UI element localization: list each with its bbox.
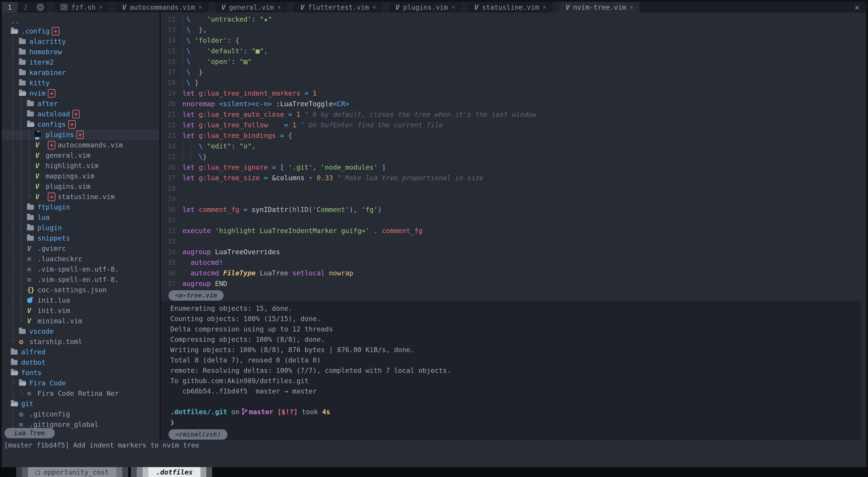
code-token: ] bbox=[378, 162, 386, 173]
code-token: &columns bbox=[272, 173, 305, 183]
tree-item-git[interactable]: git bbox=[2, 399, 159, 409]
tree-item-ftplugin[interactable]: │ │ ftplugin bbox=[2, 202, 159, 212]
tree-item-mappings.vim[interactable]: │ │ │ Vmappings.vim bbox=[2, 171, 159, 181]
file-tree-pane[interactable]: ...config+│ alacritty│ homebrew│ iterm2│… bbox=[2, 12, 159, 440]
code-token bbox=[194, 109, 199, 120]
tree-item-dotbot[interactable]: dotbot bbox=[2, 357, 159, 368]
tree-item-icon: V bbox=[35, 150, 45, 161]
tree-item-Fira Code Retina Ner[interactable]: │ └ ≡Fira Code Retina Ner bbox=[2, 388, 159, 399]
tab-close-icon[interactable]: × bbox=[99, 4, 103, 10]
tree-indent-guides: │ │ bbox=[11, 285, 27, 295]
tab-close-icon[interactable]: × bbox=[373, 4, 376, 10]
tmux-segment bbox=[137, 467, 143, 477]
tree-item-karabiner[interactable]: │ karabiner bbox=[2, 68, 159, 78]
tree-item-homebrew[interactable]: │ homebrew bbox=[2, 47, 159, 57]
terminal-line: .dotfiles/.git onmaster [$!?] took 4s bbox=[170, 407, 861, 417]
folder-icon bbox=[19, 70, 26, 75]
tree-item-iterm2[interactable]: │ iterm2 bbox=[2, 57, 159, 68]
tree-item-label: alacritty bbox=[29, 36, 66, 47]
tree-item-.luacheckrc[interactable]: │ │ ≡.luacheckrc bbox=[2, 254, 159, 264]
tree-item-plugins[interactable]: │ │ │ plugins+ bbox=[2, 130, 159, 140]
tree-item-icon bbox=[27, 226, 37, 230]
tree-item-icon bbox=[35, 130, 45, 140]
tree-item-..[interactable]: .. bbox=[2, 16, 159, 26]
terminal-pane[interactable]: Enumerating objects: 15, done.Counting o… bbox=[161, 301, 861, 429]
code-token bbox=[272, 99, 276, 109]
workspace-2[interactable]: 2 bbox=[18, 2, 33, 12]
tab-close-icon[interactable]: × bbox=[277, 4, 281, 10]
line-number: 22 bbox=[161, 120, 182, 130]
tab-fluttertest.vim[interactable]: Vfluttertest.vim× bbox=[294, 2, 382, 12]
tree-indent-guides: │ │ bbox=[11, 243, 27, 254]
close-all-icon[interactable]: ✕ bbox=[848, 2, 866, 12]
tree-item-alacritty[interactable]: │ alacritty bbox=[2, 36, 159, 47]
tab-plugins.vim[interactable]: Vplugins.vim× bbox=[389, 2, 461, 12]
tree-item-alfred[interactable]: alfred bbox=[2, 347, 159, 357]
tree-item-starship.toml[interactable]: └ ⚙starship.toml bbox=[2, 337, 159, 347]
tree-item-configs[interactable]: │ │ configs+ bbox=[2, 119, 159, 130]
tree-indent-guides: │ └ bbox=[11, 388, 27, 399]
tmux-window-dotfiles[interactable]: .dotfiles bbox=[131, 467, 212, 477]
tree-item-nvim[interactable]: │ nvim+ bbox=[2, 88, 159, 99]
tree-item-kitty[interactable]: │ kitty bbox=[2, 78, 159, 88]
tree-item-.gvimrc[interactable]: │ │ V.gvimrc bbox=[2, 243, 159, 254]
tree-item-general.vim[interactable]: │ │ │ Vgeneral.vim bbox=[2, 150, 159, 161]
terminal-token: Writing objects: 100% (8/8), 876 bytes |… bbox=[170, 346, 414, 354]
tree-item-.vim-spell-en.utf-8.[interactable]: │ │ ≡.vim-spell-en.utf-8. bbox=[2, 274, 159, 285]
tab-close-icon[interactable]: × bbox=[452, 4, 455, 10]
tab-statusline.vim[interactable]: Vstatusline.vim× bbox=[468, 2, 553, 12]
tmux-segment bbox=[117, 467, 122, 477]
tree-item-.vim-spell-en.utf-8.[interactable]: │ │ ≡.vim-spell-en.utf-8. bbox=[2, 264, 159, 274]
line-number: 17 bbox=[161, 67, 182, 77]
code-token: 1 bbox=[297, 109, 301, 120]
tree-item-vscode[interactable]: │ vscode bbox=[2, 326, 159, 337]
tree-item-label: plugin bbox=[37, 223, 62, 233]
back-arrow-icon[interactable]: ← bbox=[36, 3, 44, 11]
tree-item-coc-settings.json[interactable]: │ │ {}coc-settings.json bbox=[2, 285, 159, 295]
tab-close-icon[interactable]: × bbox=[542, 4, 546, 10]
git-status-badge: + bbox=[68, 120, 76, 129]
tab-nvim-tree.vim[interactable]: Vnvim-tree.vim× bbox=[559, 2, 640, 12]
code-line: 37augroup END bbox=[161, 278, 866, 289]
tree-item-label: statusline.vim bbox=[58, 192, 115, 202]
tree-item-init.lua[interactable]: │ │ init.lua bbox=[2, 295, 159, 306]
code-token bbox=[211, 278, 215, 289]
tree-item-autocommands.vim[interactable]: │ │ │ V+autocommands.vim bbox=[2, 140, 159, 150]
terminal-token: Enumerating objects: 15, done. bbox=[170, 304, 292, 312]
tree-item-plugin[interactable]: │ │ plugin bbox=[2, 223, 159, 233]
workspace-1[interactable]: 1 bbox=[2, 2, 18, 12]
git-branch-icon bbox=[241, 408, 248, 415]
tree-item-snippets[interactable]: │ │ snippets bbox=[2, 233, 159, 243]
tree-item-.gitconfig[interactable]: │ ⚙.gitconfig bbox=[2, 409, 159, 419]
tmux-segment bbox=[122, 467, 128, 477]
tab-close-icon[interactable]: × bbox=[630, 4, 633, 10]
tree-item-.config[interactable]: .config+ bbox=[2, 26, 159, 36]
code-token: 1 bbox=[313, 88, 317, 99]
code-token bbox=[182, 268, 190, 278]
tree-item-minimal.vim[interactable]: │ └ Vminimal.vim bbox=[2, 316, 159, 326]
tree-item-label: snippets bbox=[37, 233, 70, 243]
tree-item-highlight.vim[interactable]: │ │ │ Vhighlight.vim bbox=[2, 161, 159, 171]
tab-autocommands.vim[interactable]: Vautocommands.vim× bbox=[116, 2, 208, 12]
code-token: 0.33 bbox=[317, 173, 333, 183]
code-editor[interactable]: 12▏\ 'untracked': "★"13▏\ },14▏\ 'folder… bbox=[161, 12, 866, 290]
tmux-window-opportunity_cost[interactable]: □ opportunity_cost bbox=[16, 467, 128, 477]
line-number: 37 bbox=[161, 278, 182, 289]
tree-item-after[interactable]: │ │ after bbox=[2, 99, 159, 109]
code-token: "o" bbox=[240, 141, 252, 151]
terminal-line bbox=[170, 397, 861, 407]
tab-general.vim[interactable]: Vgeneral.vim× bbox=[215, 2, 287, 12]
tree-item-autoload[interactable]: │ │ autoload+ bbox=[2, 109, 159, 119]
tree-item-lua[interactable]: │ │ lua bbox=[2, 212, 159, 223]
tree-item-statusline.vim[interactable]: │ │ └ V+statusline.vim bbox=[2, 192, 159, 202]
tree-item-fonts[interactable]: fonts bbox=[2, 368, 159, 378]
code-token: autocmd bbox=[190, 268, 219, 278]
tree-item-plugins.vim[interactable]: │ │ │ Vplugins.vim bbox=[2, 181, 159, 192]
code-token: : bbox=[231, 141, 240, 151]
tab-fzf.sh[interactable]: >_fzf.sh× bbox=[54, 2, 109, 12]
tree-item-Fira Code[interactable]: └ Fira Code bbox=[2, 378, 159, 388]
tree-item-init.vim[interactable]: │ │ Vinit.vim bbox=[2, 306, 159, 316]
tab-close-icon[interactable]: × bbox=[198, 4, 202, 10]
tree-item-icon: V bbox=[35, 171, 45, 181]
tree-item-icon bbox=[19, 80, 29, 86]
